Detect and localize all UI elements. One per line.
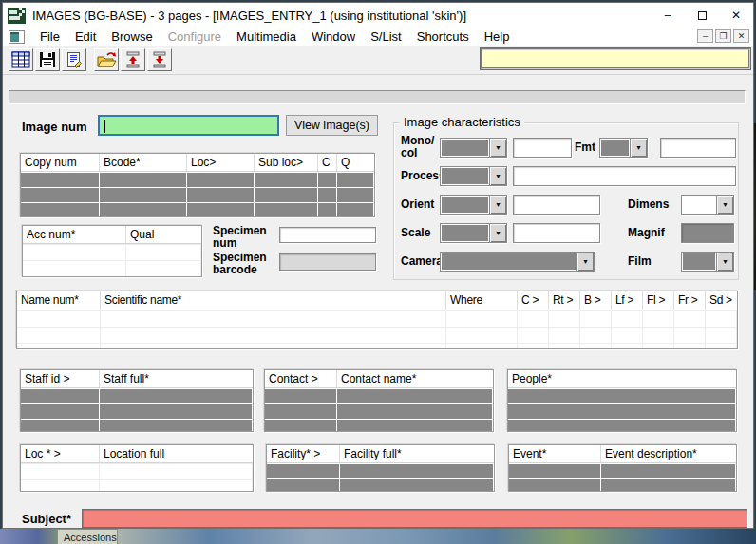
grid-cell[interactable] xyxy=(21,480,100,492)
grid-cell[interactable] xyxy=(446,328,518,343)
grid-cell[interactable] xyxy=(101,311,446,327)
grid-cell[interactable] xyxy=(706,344,737,349)
orient-select[interactable]: ▼ xyxy=(440,195,507,215)
grid-cell xyxy=(100,203,187,217)
grid-cell[interactable] xyxy=(612,328,643,343)
grid-cell[interactable] xyxy=(126,245,201,260)
open-image-button[interactable] xyxy=(94,48,119,71)
column-header: C > xyxy=(518,291,549,310)
grid-cell xyxy=(100,404,253,419)
grid-cell[interactable] xyxy=(518,328,549,343)
grid-cell[interactable] xyxy=(518,344,549,349)
film-select[interactable]: ▼ xyxy=(681,252,734,272)
scale-value-field[interactable] xyxy=(513,223,600,243)
image-num-input[interactable] xyxy=(98,115,279,136)
orient-value-field[interactable] xyxy=(513,195,600,215)
process-value-field[interactable] xyxy=(513,166,736,186)
grid-cell[interactable] xyxy=(580,328,612,343)
insert-below-button[interactable] xyxy=(147,48,172,71)
mono-col-value-field[interactable] xyxy=(513,138,572,158)
camera-select[interactable]: ▼ xyxy=(440,252,595,272)
title-bar[interactable]: IMAGES (BG-BASE) - 3 pages - [IMAGES_ENT… xyxy=(3,3,753,28)
table-row xyxy=(21,173,374,187)
grid-cell[interactable] xyxy=(549,328,580,343)
fmt-value-field[interactable] xyxy=(660,138,736,158)
message-field[interactable] xyxy=(481,48,750,69)
specimen-num-field[interactable] xyxy=(279,227,376,243)
fmt-select[interactable]: ▼ xyxy=(599,138,648,158)
grid-cell xyxy=(21,173,100,187)
grid-cell[interactable] xyxy=(580,311,612,327)
grid-cell[interactable] xyxy=(17,311,101,327)
column-header: Loc> xyxy=(187,154,255,171)
grid-cell[interactable] xyxy=(643,328,674,343)
menu-help[interactable]: Help xyxy=(484,29,510,44)
grid-cell[interactable] xyxy=(549,344,580,349)
grid-cell[interactable] xyxy=(17,328,101,343)
view-images-button[interactable]: View image(s) xyxy=(286,115,378,136)
menu-window[interactable]: Window xyxy=(312,29,355,44)
grid-cell[interactable] xyxy=(101,328,446,343)
grid-cell[interactable] xyxy=(23,261,126,276)
document-window-icon xyxy=(9,30,25,44)
column-header: Rt > xyxy=(549,291,580,310)
menu-browse[interactable]: Browse xyxy=(111,29,152,44)
mdi-close-button[interactable]: ✕ xyxy=(733,29,749,43)
desktop-background-strip: Accessions1 xyxy=(0,529,756,544)
table-row xyxy=(508,404,736,419)
grid-cell[interactable] xyxy=(706,311,737,327)
grid-cell[interactable] xyxy=(612,311,643,327)
dimens-select[interactable]: ▼ xyxy=(681,195,734,215)
grid-cell[interactable] xyxy=(100,464,253,479)
grid-cell xyxy=(340,464,494,478)
app-window: IMAGES (BG-BASE) - 3 pages - [IMAGES_ENT… xyxy=(2,2,754,529)
toolbar xyxy=(3,46,753,75)
mono-col-select[interactable]: ▼ xyxy=(440,138,507,158)
grid-cell[interactable] xyxy=(21,464,100,479)
grid-cell[interactable] xyxy=(446,311,518,327)
column-header: Lf > xyxy=(612,291,643,310)
table-row xyxy=(17,327,737,343)
maximize-button[interactable] xyxy=(685,3,719,28)
grid-cell[interactable] xyxy=(549,311,580,327)
grid-cell xyxy=(318,173,337,187)
accessions-window-tab[interactable]: Accessions1 xyxy=(57,529,118,544)
chevron-down-icon: ▼ xyxy=(716,253,733,271)
table-view-button[interactable] xyxy=(9,48,33,71)
scale-select[interactable]: ▼ xyxy=(440,223,507,243)
menu-edit[interactable]: Edit xyxy=(75,29,96,44)
mdi-restore-button[interactable]: ❐ xyxy=(715,29,731,43)
grid-cell[interactable] xyxy=(100,480,253,492)
save-button[interactable] xyxy=(35,48,60,71)
grid-cell[interactable] xyxy=(643,344,674,349)
grid-cell[interactable] xyxy=(580,344,612,349)
grid-cell[interactable] xyxy=(518,311,549,327)
menu-multimedia[interactable]: Multimedia xyxy=(236,29,296,44)
grid-cell[interactable] xyxy=(126,261,201,276)
menu-file[interactable]: File xyxy=(40,29,60,44)
grid-cell[interactable] xyxy=(674,311,706,327)
grid-cell[interactable] xyxy=(674,344,706,349)
subject-field[interactable] xyxy=(82,509,747,528)
column-header: Acc num* xyxy=(23,226,126,243)
menu-slist[interactable]: S/List xyxy=(370,29,402,44)
column-header: Fr > xyxy=(674,291,706,310)
close-button[interactable]: ✕ xyxy=(719,3,753,28)
insert-above-button[interactable] xyxy=(121,48,145,71)
column-header: Loc * > xyxy=(21,445,100,462)
process-select[interactable]: ▼ xyxy=(440,166,507,186)
grid-cell[interactable] xyxy=(612,344,643,349)
orient-label: Orient xyxy=(401,197,434,211)
grid-cell[interactable] xyxy=(446,344,518,349)
notes-button[interactable] xyxy=(62,48,86,71)
menu-shortcuts[interactable]: Shortcuts xyxy=(417,29,469,44)
mdi-minimize-button[interactable]: – xyxy=(697,29,713,43)
grid-cell[interactable] xyxy=(643,311,674,327)
grid-cell[interactable] xyxy=(101,344,446,349)
grid-cell[interactable] xyxy=(17,344,101,349)
grid-cell[interactable] xyxy=(706,328,737,343)
minimize-button[interactable]: – xyxy=(651,3,685,28)
grid-cell[interactable] xyxy=(23,245,126,260)
specimen-barcode-label: Specimen barcode xyxy=(213,252,275,276)
grid-cell[interactable] xyxy=(674,328,706,343)
